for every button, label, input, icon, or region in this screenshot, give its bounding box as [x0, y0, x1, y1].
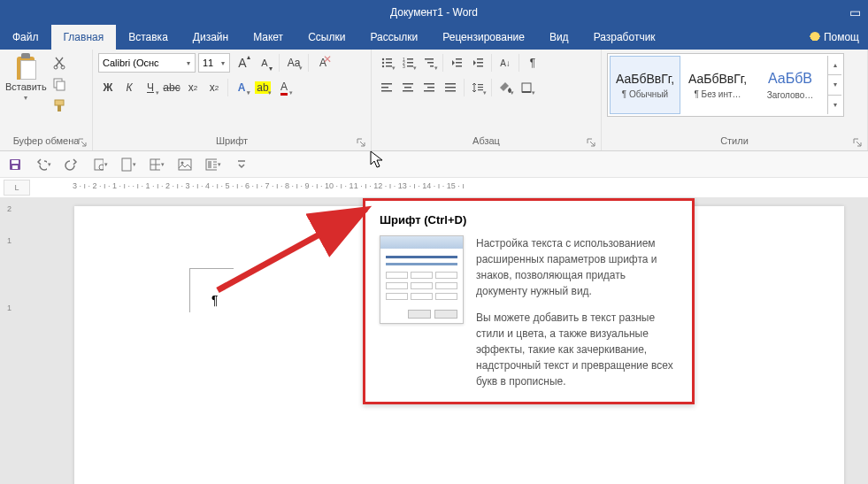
svg-rect-11	[386, 65, 392, 67]
svg-point-48	[99, 165, 104, 170]
tab-review[interactable]: Рецензирование	[430, 25, 537, 50]
style-no-spacing[interactable]: АаБбВвГг, ¶ Без инт…	[682, 56, 753, 114]
table-button[interactable]: ▾	[149, 157, 165, 173]
font-dialog-tooltip: Шрифт (Ctrl+D) Настройка текста с исполь…	[363, 198, 695, 404]
svg-rect-46	[12, 165, 18, 169]
bullets-button[interactable]: ▾	[377, 53, 396, 73]
strikethrough-button[interactable]: abc	[162, 78, 181, 97]
customize-qat-button[interactable]	[234, 157, 250, 173]
tab-layout[interactable]: Макет	[241, 25, 296, 50]
svg-rect-25	[477, 62, 483, 64]
align-center-button[interactable]	[398, 78, 418, 97]
text-effects-button[interactable]: A▾	[232, 78, 251, 97]
undo-button[interactable]: ▾	[35, 157, 51, 173]
gallery-down-button[interactable]: ▾	[827, 74, 841, 94]
gallery-up-button[interactable]: ▴	[827, 56, 841, 74]
superscript-button[interactable]: x2	[204, 78, 224, 97]
svg-rect-35	[424, 90, 434, 92]
clipboard-dialog-launcher[interactable]	[76, 136, 88, 149]
svg-rect-21	[456, 58, 462, 60]
shading-button[interactable]: ▾	[495, 78, 515, 97]
font-name-select[interactable]: Calibri (Оснс▾	[98, 53, 196, 73]
save-button[interactable]	[7, 157, 23, 173]
ribbon: Вставить ▾ Буфер обмена Calibri (Оснс▾ 1…	[0, 50, 868, 151]
svg-rect-24	[477, 58, 483, 60]
svg-rect-19	[427, 62, 434, 64]
picture-button[interactable]	[177, 157, 193, 173]
styles-dialog-launcher[interactable]	[851, 136, 864, 149]
ribbon-display-options-icon[interactable]: ▭	[849, 5, 861, 19]
font-color-button[interactable]: A▾	[274, 78, 294, 97]
paste-icon	[13, 53, 38, 80]
italic-button[interactable]: К	[119, 78, 139, 97]
copy-button[interactable]	[50, 76, 68, 92]
tab-file[interactable]: Файл	[0, 25, 51, 50]
clear-formatting-button[interactable]: A✕	[313, 53, 333, 73]
multilevel-list-button[interactable]: ▾	[419, 53, 439, 73]
increase-font-size-button[interactable]: A▴	[233, 53, 252, 73]
group-clipboard: Вставить ▾ Буфер обмена	[0, 50, 93, 150]
redo-button[interactable]	[64, 157, 80, 173]
tooltip-title: Шрифт (Ctrl+D)	[380, 213, 678, 227]
svg-rect-17	[407, 65, 413, 67]
sort-button[interactable]: A↓	[495, 53, 515, 73]
tab-home[interactable]: Главная	[51, 25, 117, 50]
tooltip-thumbnail	[380, 235, 464, 324]
tab-design[interactable]: Дизайн	[181, 25, 241, 50]
svg-rect-3	[57, 81, 65, 90]
highlight-button[interactable]: ab▾	[253, 78, 273, 97]
bold-button[interactable]: Ж	[98, 78, 118, 97]
borders-button[interactable]: ▾	[517, 78, 536, 97]
print-preview-button[interactable]: ▾	[92, 157, 108, 173]
subscript-button[interactable]: x2	[183, 78, 203, 97]
svg-rect-45	[12, 160, 19, 164]
show-marks-button[interactable]: ¶	[523, 53, 542, 73]
layout-button[interactable]: ▾	[205, 157, 221, 173]
svg-rect-50	[122, 158, 131, 171]
svg-rect-15	[407, 62, 413, 64]
new-page-button[interactable]: ▾	[120, 157, 136, 173]
svg-rect-7	[386, 58, 392, 60]
svg-rect-37	[445, 87, 456, 88]
svg-rect-39	[478, 84, 483, 85]
increase-indent-button[interactable]	[468, 53, 488, 73]
tab-developer[interactable]: Разработчик	[581, 25, 668, 50]
paste-button[interactable]: Вставить ▾	[5, 53, 47, 102]
format-painter-button[interactable]	[50, 97, 68, 113]
tab-mailings[interactable]: Рассылки	[357, 25, 430, 50]
group-label-clipboard: Буфер обмена	[0, 133, 92, 150]
vertical-ruler[interactable]: 2 1 1	[4, 197, 21, 484]
decrease-font-size-button[interactable]: A▾	[255, 53, 274, 73]
svg-point-6	[382, 58, 384, 60]
svg-rect-18	[425, 58, 434, 60]
underline-button[interactable]: Ч▾	[141, 78, 160, 97]
align-left-button[interactable]	[377, 78, 396, 97]
style-normal[interactable]: АаБбВвГг, ¶ Обычный	[610, 56, 680, 114]
tell-me[interactable]: Помощ	[801, 25, 868, 50]
change-case-button[interactable]: Aa▾	[284, 53, 303, 73]
line-spacing-button[interactable]: ▾	[468, 78, 488, 97]
numbering-button[interactable]: 123▾	[398, 53, 418, 73]
svg-rect-28	[381, 87, 388, 88]
cut-button[interactable]	[50, 55, 68, 71]
font-dialog-launcher[interactable]	[355, 136, 367, 149]
tab-view[interactable]: Вид	[537, 25, 581, 50]
tab-references[interactable]: Ссылки	[296, 25, 357, 50]
lightbulb-icon	[810, 32, 820, 42]
align-right-button[interactable]	[419, 78, 439, 97]
ribbon-tabs: Файл Главная Вставка Дизайн Макет Ссылки…	[0, 25, 868, 50]
margin-guide-v	[189, 268, 190, 312]
ruler-row: L 3 · ı · 2 · ı · 1 · ı · · ı · 1 · ı · …	[0, 178, 868, 197]
justify-button[interactable]	[441, 78, 460, 97]
group-label-styles: Стили	[602, 133, 867, 150]
font-size-select[interactable]: 11▾	[198, 53, 230, 73]
gallery-more-button[interactable]: ▾	[827, 95, 841, 114]
decrease-indent-button[interactable]	[447, 53, 466, 73]
styles-gallery: АаБбВвГг, ¶ Обычный АаБбВвГг, ¶ Без инт……	[607, 53, 844, 117]
tab-selector[interactable]: L	[4, 180, 30, 196]
style-heading1[interactable]: АаБбВ Заголово…	[755, 56, 826, 114]
paragraph-dialog-launcher[interactable]	[585, 136, 597, 149]
svg-rect-57	[208, 161, 211, 168]
tab-insert[interactable]: Вставка	[116, 25, 181, 50]
svg-rect-4	[55, 100, 64, 105]
